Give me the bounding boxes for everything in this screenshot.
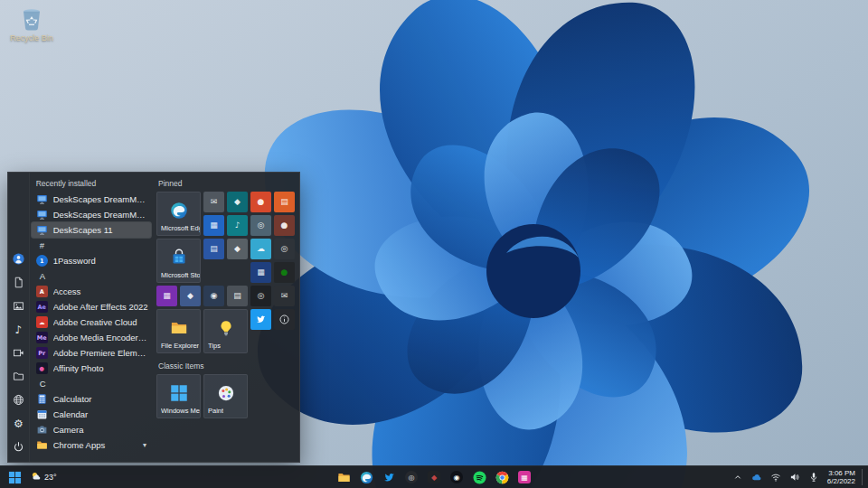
rail-downloads[interactable] <box>12 370 25 383</box>
tile-tile-maroon[interactable]: ● <box>274 215 295 236</box>
tray-onedrive[interactable] <box>750 470 764 484</box>
app-1password[interactable]: 11Password <box>32 253 151 268</box>
chrome-apps-icon <box>36 439 48 451</box>
tile-tile-blue-2[interactable]: ▤ <box>203 239 224 259</box>
tile-microsoft-edge[interactable]: Microsoft Edge <box>156 192 201 236</box>
rail-pictures[interactable] <box>12 299 25 313</box>
tile-tile-teal-2[interactable]: ♪ <box>227 215 248 236</box>
rail-power[interactable] <box>12 440 25 454</box>
tile-tile-slate[interactable]: ◎ <box>250 215 271 236</box>
tile-tile-blue-1[interactable]: ▦ <box>203 215 224 236</box>
rail-network[interactable] <box>12 393 25 407</box>
tile-dark-4-glyph: ✉ <box>281 292 288 300</box>
app-camera[interactable]: Camera <box>32 422 151 437</box>
tile-tile-purple[interactable]: ▦ <box>156 286 177 306</box>
taskbar-spotify[interactable] <box>470 468 488 486</box>
tile-tile-orange[interactable]: ▤ <box>274 192 295 212</box>
taskbar-microsoft-edge[interactable] <box>357 468 375 486</box>
taskbar-left: 23° <box>5 466 57 488</box>
app-section-a[interactable]: A <box>32 268 151 284</box>
rail-user[interactable] <box>12 252 25 266</box>
tile-windows-menu[interactable]: Windows Menu <box>156 374 201 418</box>
tile-gray-1-glyph: ◆ <box>234 245 241 253</box>
tile-tile-gray-2[interactable]: ▤ <box>227 286 248 306</box>
tile-file-explorer[interactable]: File Explorer <box>156 309 201 353</box>
taskbar-obs-studio[interactable]: ◉ <box>448 468 466 486</box>
tile-tile-mail[interactable]: ✉ <box>203 192 224 212</box>
rail-music[interactable]: ♪ <box>12 323 25 336</box>
tile-label: Windows Menu <box>161 407 200 415</box>
tile-twitter[interactable] <box>250 309 271 330</box>
tile-tile-info[interactable] <box>274 309 295 330</box>
taskbar-file-explorer[interactable] <box>335 468 353 486</box>
app-calendar[interactable]: Calendar <box>32 407 151 422</box>
recently-installed-header: Recently installed <box>32 177 151 192</box>
tray-microphone[interactable] <box>807 470 821 484</box>
app-deskscapes-dreammaker[interactable]: DeskScapes DreamMaker <box>32 192 151 207</box>
tile-tips[interactable]: Tips <box>203 309 248 353</box>
weather-icon <box>31 469 42 485</box>
tile-label: Tips <box>208 342 221 350</box>
rail-documents[interactable] <box>12 276 25 289</box>
tile-tile-xbox[interactable]: ● <box>274 262 295 283</box>
taskbar-clock[interactable]: 3:06 PM 6/2/2022 <box>826 469 857 485</box>
tile-tile-navy[interactable]: ▦ <box>250 262 271 283</box>
file-explorer-icon <box>170 319 188 337</box>
app-section-c[interactable]: C <box>32 376 151 391</box>
tile-teal-2-glyph: ♪ <box>235 221 241 230</box>
tile-tile-dark-2[interactable]: ◉ <box>203 286 224 306</box>
tile-tile-gray-1[interactable]: ◆ <box>227 239 248 259</box>
rail-videos[interactable] <box>12 346 25 360</box>
app-chrome-apps[interactable]: Chrome Apps▾ <box>32 437 151 453</box>
app-affinity-photo[interactable]: ●Affinity Photo <box>32 361 151 376</box>
tile-tile-dark-1[interactable]: ◎ <box>274 239 295 259</box>
app-label: 1Password <box>53 256 148 266</box>
tray-network[interactable] <box>769 470 783 484</box>
tile-purple-glyph: ▦ <box>163 292 171 300</box>
app-deskscapes-11[interactable]: DeskScapes 11 <box>32 222 151 238</box>
recycle-bin-icon <box>18 5 45 33</box>
app-access[interactable]: AAccess <box>32 284 151 299</box>
show-desktop-strip[interactable] <box>862 469 865 485</box>
tile-tile-cyan[interactable]: ☁ <box>250 239 271 259</box>
tile-label: Paint <box>208 407 223 415</box>
taskbar-chrome[interactable] <box>493 468 511 486</box>
tile-tile-dark-4[interactable]: ✉ <box>274 286 295 306</box>
app-calculator[interactable]: Calculator <box>32 391 151 407</box>
hidden-icons-chevron[interactable] <box>731 470 745 484</box>
paint-icon <box>217 384 235 402</box>
app-adobe-media-encoder-2022[interactable]: MeAdobe Media Encoder 2022 <box>32 330 151 345</box>
tile-tile-red[interactable]: ● <box>250 192 271 212</box>
tile-microsoft-store[interactable]: Microsoft Store <box>156 239 201 283</box>
tile-tile-dark-3[interactable]: ◎ <box>250 286 271 306</box>
app-adobe-creative-cloud[interactable]: ☁Adobe Creative Cloud <box>32 314 151 330</box>
tile-info-icon <box>278 314 290 325</box>
tile-cyan-glyph: ☁ <box>257 245 265 253</box>
tile-tile-steel[interactable]: ◆ <box>180 286 201 306</box>
rail-settings[interactable]: ⚙ <box>12 417 25 430</box>
app-section-[interactable]: # <box>32 238 151 253</box>
taskbar-app-ring[interactable]: ◎ <box>402 468 420 486</box>
tile-dark-1-glyph: ◎ <box>281 245 288 253</box>
camera-icon <box>36 424 48 436</box>
app-adobe-premiere-elements-2022[interactable]: PrAdobe Premiere Elements 2022 <box>32 345 151 361</box>
adobe-creative-cloud-icon: ☁ <box>36 316 48 328</box>
tile-tile-teal-1[interactable]: ◆ <box>227 192 248 212</box>
tray-volume[interactable] <box>788 470 802 484</box>
deskscapes-dreammaker-icon <box>36 193 48 205</box>
app-adobe-after-effects-2022[interactable]: AeAdobe After Effects 2022 <box>32 299 151 314</box>
start-menu-tiles: Pinned Microsoft Edge✉◆●▤▦♪◎●Microsoft S… <box>153 173 299 462</box>
tile-paint[interactable]: Paint <box>203 374 248 418</box>
recycle-bin[interactable]: Recycle Bin <box>5 5 58 42</box>
tile-label: File Explorer <box>161 342 199 350</box>
weather-widget[interactable]: 23° <box>31 469 57 485</box>
taskbar-app-dark[interactable]: ◆ <box>425 468 443 486</box>
taskbar-app-magenta[interactable]: ▦ <box>515 468 533 486</box>
start-button[interactable] <box>5 468 24 486</box>
classic-items-header: Classic Items <box>156 353 297 374</box>
app-deskscapes-dreammaker-pro[interactable]: DeskScapes DreamMaker Pro <box>32 207 151 222</box>
app-label: Adobe Premiere Elements 2022 <box>53 348 148 358</box>
start-menu-rail: ♪⚙ <box>8 173 30 462</box>
taskbar-twitter[interactable] <box>380 468 398 486</box>
access-icon: A <box>36 286 48 297</box>
